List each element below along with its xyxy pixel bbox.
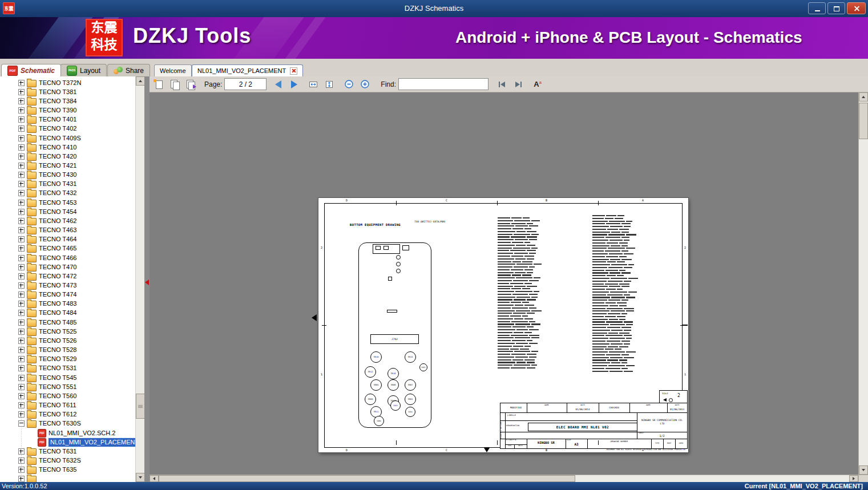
minimize-button[interactable] [808, 2, 826, 14]
tree-item-folder[interactable]: TECNO T635 [0, 465, 135, 475]
expand-icon[interactable] [18, 338, 25, 344]
expand-icon[interactable] [18, 172, 25, 178]
expand-icon[interactable] [18, 190, 25, 196]
sidebar-scroll-down-button[interactable] [136, 473, 144, 482]
maximize-button[interactable] [827, 2, 845, 14]
expand-icon[interactable] [18, 291, 25, 298]
tree-item-folder[interactable]: TECNO T401 [0, 115, 135, 124]
expand-icon[interactable] [18, 402, 25, 408]
tree-item-folder[interactable]: TECNO T611 [0, 400, 135, 410]
expand-icon[interactable] [18, 255, 25, 261]
doc-tab-welcome[interactable]: Welcome [154, 64, 192, 76]
tree-item-folder[interactable]: TECNO T525 [0, 327, 135, 336]
tree-item-folder[interactable]: TECNO T529 [0, 355, 135, 364]
tree-item-folder[interactable]: TECNO T384 [0, 96, 135, 106]
vertical-scrollbar-thumb[interactable] [859, 103, 868, 139]
expand-icon[interactable] [18, 476, 25, 482]
font-size-button[interactable]: Aa [531, 78, 544, 91]
tree-item-folder[interactable]: TECNO T466 [0, 253, 135, 262]
expand-icon[interactable] [18, 282, 25, 289]
tab-schematic[interactable]: PDF Schematic [1, 64, 61, 76]
tree-item-folder[interactable]: TECNO T430 [0, 171, 135, 180]
scroll-left-button[interactable] [150, 475, 159, 482]
zoom-out-button[interactable] [342, 78, 356, 91]
tree-item-folder[interactable]: TECNO T630S [0, 419, 135, 428]
next-page-button[interactable] [287, 78, 301, 91]
tree-item-folder[interactable]: TECNO T551 [0, 382, 135, 391]
sidebar-scrollbar[interactable] [135, 76, 144, 482]
find-previous-button[interactable] [495, 78, 509, 91]
single-page-view-button[interactable] [152, 78, 165, 91]
tree-item-folder[interactable]: TECNO T528 [0, 346, 135, 355]
fit-width-button[interactable] [306, 78, 320, 91]
tree-item-folder[interactable]: TECNO T420 [0, 152, 135, 161]
tree-item-folder[interactable]: TECNO T409S [0, 133, 135, 143]
expand-icon[interactable] [18, 181, 25, 187]
vertical-scrollbar[interactable] [858, 92, 868, 475]
expand-icon[interactable] [18, 365, 25, 371]
tree-item-folder[interactable]: TECNO T453 [0, 198, 135, 207]
expand-icon[interactable] [18, 135, 25, 141]
tree-item-folder[interactable]: TECNO T632S [0, 456, 135, 465]
expand-icon[interactable] [18, 411, 25, 418]
tree-item-folder[interactable]: TECNO T402 [0, 124, 135, 133]
expand-icon[interactable] [18, 125, 25, 132]
zoom-in-button[interactable] [358, 78, 372, 91]
sidebar-scroll-up-button[interactable] [136, 76, 144, 86]
expand-icon[interactable] [18, 80, 25, 86]
page-number-input[interactable] [224, 78, 267, 90]
expand-icon[interactable] [18, 264, 25, 270]
tree-item-folder[interactable]: TECNO T464 [0, 235, 135, 244]
expand-icon[interactable] [18, 356, 25, 362]
fit-page-button[interactable] [322, 78, 336, 91]
tree-item-folder[interactable]: TECNO T473 [0, 281, 135, 290]
tree-item-folder[interactable]: TECNO T474 [0, 290, 135, 299]
tree-item-folder[interactable]: TECNO T421 [0, 161, 135, 170]
horizontal-scrollbar-thumb[interactable] [159, 475, 575, 482]
tab-layout[interactable]: PADS Layout [60, 64, 107, 76]
tree-item-folder[interactable]: TECNO T472 [0, 272, 135, 281]
close-button[interactable] [847, 2, 866, 14]
tree-item-folder[interactable]: TECNO T410 [0, 143, 135, 152]
expand-icon[interactable] [18, 457, 25, 464]
tree-item-folder[interactable]: TECNO T372N [0, 78, 135, 87]
tree-item-folder[interactable]: TECNO T463 [0, 226, 135, 235]
expand-icon[interactable] [18, 384, 25, 390]
facing-pages-view-button[interactable] [168, 78, 181, 91]
scroll-down-button[interactable] [859, 465, 868, 475]
expand-icon[interactable] [18, 89, 25, 95]
expand-icon[interactable] [18, 98, 25, 104]
tree-item-folder[interactable]: TECNO T432 [0, 189, 135, 198]
find-input[interactable] [398, 78, 488, 90]
expand-icon[interactable] [18, 163, 25, 169]
expand-icon[interactable] [18, 218, 25, 224]
horizontal-scrollbar[interactable] [150, 475, 858, 482]
tree-item-folder[interactable]: TECNO T484 [0, 309, 135, 318]
expand-icon[interactable] [18, 301, 25, 307]
tree-item-pdf[interactable]: PDFNL01_MMI_VO2_PLACEMENT [0, 438, 135, 447]
expand-icon[interactable] [18, 273, 25, 280]
tree-item-folder[interactable]: TECNO T465 [0, 244, 135, 253]
expand-icon[interactable] [18, 375, 25, 381]
continuous-pages-view-button[interactable] [184, 78, 197, 91]
expand-icon[interactable] [18, 347, 25, 353]
tree-item-folder[interactable]: TECNO T531 [0, 364, 135, 373]
tab-close-button[interactable] [290, 67, 297, 75]
expand-icon[interactable] [18, 393, 25, 399]
expand-icon[interactable] [18, 310, 25, 316]
expand-icon[interactable] [18, 245, 25, 252]
sidebar-splitter[interactable] [144, 76, 150, 482]
tree-item-folder[interactable]: TECNO T462 [0, 216, 135, 225]
scroll-up-button[interactable] [859, 92, 868, 102]
tree-item-folder[interactable]: TECNO T485 [0, 318, 135, 327]
expand-icon[interactable] [18, 448, 25, 455]
tree-item-folder[interactable]: TECNO T545 [0, 373, 135, 382]
expand-icon[interactable] [18, 467, 25, 473]
expand-icon[interactable] [18, 153, 25, 160]
tree-item-folder[interactable]: TECNO T381 [0, 87, 135, 96]
find-next-button[interactable] [511, 78, 525, 91]
expand-icon[interactable] [18, 319, 25, 326]
expand-icon[interactable] [18, 236, 25, 242]
scroll-right-button[interactable] [849, 475, 858, 482]
tree-item-folder[interactable]: TECNO T390 [0, 106, 135, 115]
